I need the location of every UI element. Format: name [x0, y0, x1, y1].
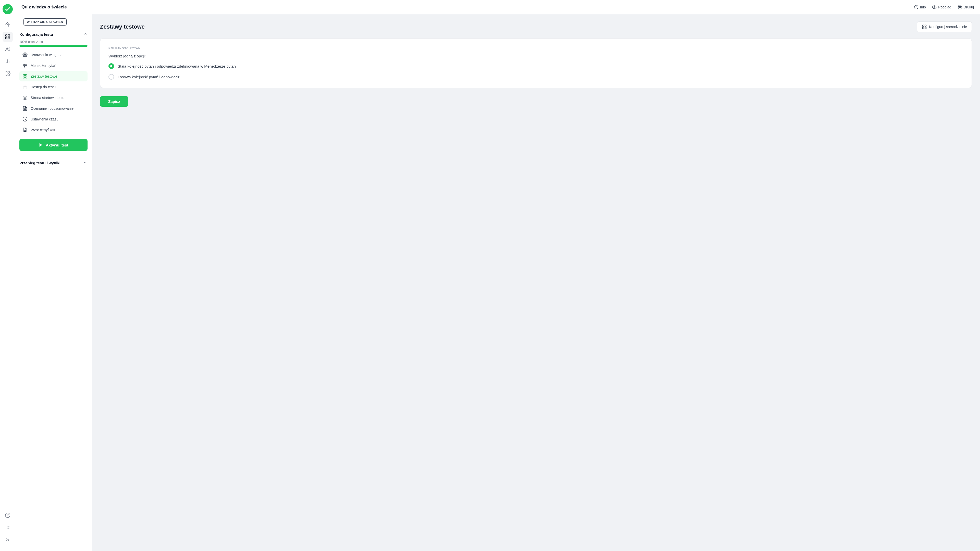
results-section-header[interactable]: Przebieg testu i wyniki [19, 158, 88, 168]
chevron-up-icon [83, 32, 88, 37]
icon-rail [0, 0, 15, 551]
sidebar-item-ustawienia-wstepne[interactable]: Ustawienia wstępne [19, 50, 88, 60]
svg-point-6 [5, 513, 10, 518]
card-subtitle: Wybierz jedną z opcji: [108, 54, 963, 58]
results-section-title: Przebieg testu i wyniki [19, 161, 60, 165]
nav-item-label: Wzór certyfikatu [30, 128, 56, 132]
rail-grid-icon[interactable] [3, 32, 13, 42]
nav-item-label: Strona startowa testu [30, 96, 64, 100]
sidebar-item-ocenianie[interactable]: Ocenianie i podsumowanie [19, 104, 88, 113]
print-icon [958, 5, 962, 10]
svg-point-28 [24, 130, 25, 131]
svg-point-18 [25, 65, 26, 66]
lock-icon [22, 84, 27, 89]
certificate-icon [22, 127, 27, 132]
chevron-down-icon [83, 160, 88, 166]
svg-marker-29 [40, 143, 42, 147]
svg-point-5 [7, 73, 8, 74]
progress-label: 100% ukończono [19, 40, 88, 44]
nav-item-label: Dostęp do testu [30, 85, 56, 89]
svg-point-19 [24, 66, 25, 67]
rail-users-icon[interactable] [3, 44, 13, 54]
svg-rect-23 [25, 77, 27, 78]
page-title: Quiz wiedzy o świecie [21, 5, 67, 10]
svg-rect-24 [23, 87, 27, 89]
top-header: Quiz wiedzy o świecie Info Podgląd [15, 0, 980, 14]
info-button[interactable]: Info [914, 5, 926, 10]
radio-circle-random [108, 74, 114, 80]
config-section-header[interactable]: Konfiguracja testu [19, 30, 88, 39]
svg-rect-30 [923, 25, 924, 27]
settings-icon [22, 52, 27, 57]
svg-point-13 [24, 54, 26, 56]
question-order-card: KOLEJNOŚĆ PYTAŃ Wybierz jedną z opcji: S… [100, 38, 972, 88]
progress-bar-fill [19, 45, 88, 47]
configure-self-button[interactable]: Konfiguruj samodzielnie [917, 21, 972, 32]
main-content: Zestawy testowe Konfiguruj samodzielnie … [92, 14, 980, 551]
rail-back-icon[interactable] [3, 522, 13, 533]
preview-button[interactable]: Podgląd [932, 5, 951, 10]
zestawy-testowe-title: Zestawy testowe [100, 24, 145, 30]
save-button[interactable]: Zapisz [100, 96, 128, 107]
radio-option-random[interactable]: Losowa kolejność pytań i odpowiedzi [108, 74, 963, 80]
print-button[interactable]: Drukuj [958, 5, 974, 10]
config-section: Konfiguracja testu 100% ukończono [15, 30, 92, 135]
print-label: Drukuj [964, 5, 974, 9]
content-area: W TRAKCIE USTAWIEŃ Konfiguracja testu 10… [15, 14, 980, 551]
svg-rect-31 [925, 25, 926, 27]
activate-test-button[interactable]: Aktywuj test [19, 139, 88, 151]
doc-icon [22, 106, 27, 111]
rail-chart-icon[interactable] [3, 56, 13, 66]
status-badge: W TRAKCIE USTAWIEŃ [24, 18, 67, 25]
radio-label-fixed: Stała kolejność pytań i odpowiedzi zdefi… [118, 64, 236, 68]
home-icon [22, 95, 27, 100]
nav-item-label: Ustawienia wstępne [30, 53, 62, 57]
header-actions: Info Podgląd Drukuj [914, 5, 974, 10]
rail-settings-icon[interactable] [3, 68, 13, 79]
nav-item-label: Ustawienia czasu [30, 117, 59, 121]
sidebar-item-strona-startowa[interactable]: Strona startowa testu [19, 92, 88, 103]
svg-rect-21 [25, 75, 27, 76]
main-wrapper: Quiz wiedzy o świecie Info Podgląd [15, 0, 980, 551]
nav-items: Ustawienia wstępne Menedżer pytań [19, 50, 88, 135]
rail-home-icon[interactable] [3, 19, 13, 30]
app-logo [3, 4, 13, 14]
eye-icon [932, 5, 937, 10]
svg-rect-20 [23, 75, 25, 76]
rail-bottom [3, 510, 13, 547]
progress-container: 100% ukończono [19, 39, 88, 50]
rail-expand-icon[interactable] [3, 535, 13, 545]
page-header: Zestawy testowe Konfiguruj samodzielnie [100, 21, 972, 32]
nav-item-label: Ocenianie i podsumowanie [30, 107, 73, 110]
svg-rect-22 [23, 77, 25, 78]
results-section: Przebieg testu i wyniki [15, 155, 92, 168]
activate-btn-label: Aktywuj test [46, 143, 68, 147]
radio-option-fixed[interactable]: Stała kolejność pytań i odpowiedzi zdefi… [108, 63, 963, 69]
svg-point-11 [934, 6, 935, 8]
play-icon [38, 143, 43, 147]
info-icon [914, 5, 918, 10]
progress-bar-bg [19, 45, 88, 47]
sliders-icon [22, 63, 27, 68]
svg-point-4 [6, 47, 8, 49]
rail-help-icon[interactable] [3, 510, 13, 521]
config-btn-label: Konfiguruj samodzielnie [929, 25, 967, 29]
card-section-title: KOLEJNOŚĆ PYTAŃ [108, 47, 963, 50]
nav-item-label: Menedżer pytań [30, 64, 56, 68]
grid-icon [22, 74, 27, 79]
svg-rect-12 [959, 7, 961, 9]
sidebar: W TRAKCIE USTAWIEŃ Konfiguracja testu 10… [15, 14, 92, 551]
sidebar-item-dostep-do-testu[interactable]: Dostęp do testu [19, 82, 88, 92]
rail-top [3, 4, 13, 508]
sidebar-item-ustawienia-czasu[interactable]: Ustawienia czasu [19, 114, 88, 124]
radio-circle-fixed [108, 63, 114, 69]
sidebar-item-wzor-certyfikatu[interactable]: Wzór certyfikatu [19, 125, 88, 135]
info-label: Info [920, 5, 926, 9]
sidebar-item-menedzer-pytan[interactable]: Menedżer pytań [19, 61, 88, 71]
radio-label-random: Losowa kolejność pytań i odpowiedzi [118, 75, 180, 79]
sidebar-item-zestawy-testowe[interactable]: Zestawy testowe [19, 71, 88, 81]
radio-group: Stała kolejność pytań i odpowiedzi zdefi… [108, 63, 963, 80]
config-icon [922, 24, 927, 29]
svg-rect-2 [5, 37, 7, 39]
config-section-title: Konfiguracja testu [19, 32, 53, 37]
